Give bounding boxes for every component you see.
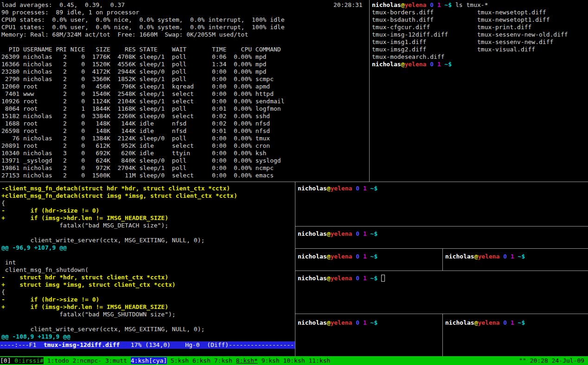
terminal-line: tmux-modesearch.diff xyxy=(372,53,587,61)
status-window-4[interactable]: 4:ksh[cya] xyxy=(131,357,167,364)
terminal-line: 27153 nicholas 2 0 1500K 11M sleep/0 sel… xyxy=(1,172,368,179)
pane-border-v4[interactable] xyxy=(442,314,443,356)
pane-shell-e-active[interactable]: nicholas@yelena 0 1 ~$ xyxy=(298,275,587,313)
pane-border-v3[interactable] xyxy=(442,249,443,271)
terminal-line: 13971 _syslogd 2 0 624K 840K sleep/0 pol… xyxy=(1,157,368,164)
terminal-line: int xyxy=(1,259,294,266)
terminal-line: 26309 nicholas 2 0 1776K 4708K sleep/1 p… xyxy=(1,53,368,61)
status-window-gap xyxy=(69,357,73,364)
status-window-10[interactable]: 10:ksh xyxy=(283,357,305,364)
terminal-line: tmux-bsdauth.diff tmux-newsetopt1.diff xyxy=(372,16,587,24)
terminal-line: 76 nicholas 2 0 1384K 2124K sleep/0 poll… xyxy=(1,135,368,142)
status-window-gap xyxy=(211,357,214,364)
status-bar: [0] 0:irssi# 1:todo 2:ncmpc- 3:mutt 4:ks… xyxy=(0,356,588,365)
terminal-line: tmux-imsg1.diff tmux-sessenv-new.diff xyxy=(372,38,587,46)
pane-border-h2[interactable] xyxy=(295,226,588,227)
status-window-9[interactable]: 9:ksh xyxy=(262,357,280,364)
status-window-gap xyxy=(189,357,192,364)
terminal-line xyxy=(1,252,294,259)
terminal-line: 19861 nicholas 2 0 972K 2704K sleep/1 po… xyxy=(1,164,368,172)
status-window-2[interactable]: 2:ncmpc- xyxy=(73,357,102,364)
pane-border-horizontal-main[interactable] xyxy=(0,182,588,182)
status-window-gap xyxy=(44,357,47,364)
terminal-line: 7401 www 2 0 1540K 2548K sleep/1 select … xyxy=(1,90,368,98)
status-window-gap xyxy=(167,357,171,364)
tmux-terminal: load averages: 0.45, 0.39, 0.3790 proces… xyxy=(0,0,588,365)
terminal-line: tmux-imsg-12diff.diff tmux-sessenv-new-o… xyxy=(372,31,587,38)
terminal-line: - if (hdr->size != 0) xyxy=(1,296,294,303)
terminal-line: - struct hdr *hdr, struct client_ctx *cc… xyxy=(1,274,294,281)
terminal-line: nicholas@yelena 0 1 ~$ xyxy=(445,253,587,260)
terminal-line: Memory: Real: 68M/324M act/tot Free: 166… xyxy=(1,31,368,38)
terminal-line: 90 processes: 89 idle, 1 on processor xyxy=(1,9,368,16)
status-session-group: [0] 0:irssi# xyxy=(0,357,44,364)
status-window-gap xyxy=(102,357,105,364)
terminal-line: client_write_server(cctx, MSG_EXITING, N… xyxy=(1,326,294,333)
status-right-clock: "" 20:28 24-Jul-09 xyxy=(519,356,588,365)
terminal-line: -client_msg_fn_detach(struct hdr *hdr, s… xyxy=(1,185,294,192)
terminal-line: nicholas@yelena 0 1 ~$ xyxy=(298,230,587,238)
pane-shell-f[interactable]: nicholas@yelena 0 1 ~$ xyxy=(298,319,441,356)
pane-border-h3[interactable] xyxy=(295,248,588,249)
terminal-line: { xyxy=(1,289,294,296)
pane-shell-g[interactable]: nicholas@yelena 0 1 ~$ xyxy=(445,319,587,356)
pane-shell-a[interactable]: nicholas@yelena 0 1 ~$ xyxy=(298,185,587,226)
pane-border-h5[interactable] xyxy=(295,314,588,314)
terminal-line: ----:---F1 tmux-imsg-12diff.diff 17% (13… xyxy=(0,341,295,349)
terminal-line: CPU0 states: 0.0% user, 0.0% nice, 0.0% … xyxy=(1,16,368,24)
terminal-line xyxy=(1,318,294,326)
terminal-line: nicholas@yelena 0 1 ~$ xyxy=(298,185,587,192)
pane-border-vertical-top[interactable] xyxy=(369,0,370,182)
terminal-line: 2790 nicholas 2 0 3360K 1852K sleep/1 po… xyxy=(1,76,368,83)
terminal-line: nicholas@yelena 0 1 ~$ xyxy=(298,275,587,282)
status-window-8[interactable]: 8:ksh* xyxy=(236,357,258,364)
terminal-line: + if (imsg->hdr.len != IMSG_HEADER_SIZE) xyxy=(1,214,294,222)
status-window-0-irssi[interactable]: 0:irssi# xyxy=(14,357,44,364)
terminal-line: { xyxy=(1,200,294,207)
pane-shell-b[interactable]: nicholas@yelena 0 1 ~$ xyxy=(298,230,587,248)
terminal-line xyxy=(1,38,368,46)
status-spacer xyxy=(330,356,519,365)
terminal-line xyxy=(1,229,294,237)
terminal-line: tmux-imsg2.diff tmux-visual.diff xyxy=(372,46,587,53)
status-window-gap xyxy=(232,357,236,364)
terminal-line: 20891 root 2 0 612K 952K idle select 0:0… xyxy=(1,142,368,150)
terminal-line: - if (hdr->size != 0) xyxy=(1,207,294,214)
terminal-line: 16366 nicholas 2 0 1520K 4556K sleep/1 p… xyxy=(1,61,368,68)
terminal-line: + struct imsg *imsg, struct client_ctx *… xyxy=(1,281,294,289)
pane-emacs-diff[interactable]: -client_msg_fn_detach(struct hdr *hdr, s… xyxy=(1,185,294,341)
status-window-6[interactable]: 6:ksh xyxy=(192,357,211,364)
pane-border-h4[interactable] xyxy=(295,271,588,271)
terminal-line: tmux-cfgcur.diff tmux-print.diff xyxy=(372,24,587,31)
pane-shell-c[interactable]: nicholas@yelena 0 1 ~$ xyxy=(298,253,441,270)
status-window-11[interactable]: 11:ksh xyxy=(308,357,330,364)
terminal-line: @@ -108,9 +119,9 @@ xyxy=(1,333,294,340)
status-window-gap xyxy=(127,357,131,364)
terminal-line: nicholas@yelena 0 1 ~$ xyxy=(445,319,587,327)
terminal-line: @@ -96,9 +107,9 @@ xyxy=(1,244,294,252)
terminal-line: 23280 nicholas 2 0 4172K 2944K sleep/0 p… xyxy=(1,68,368,76)
terminal-line: nicholas@yelena 0 1 ~$ xyxy=(372,61,587,68)
pane-border-vertical-bottom[interactable] xyxy=(295,182,295,356)
terminal-line: nicholas@yelena 0 1 ~$ xyxy=(298,253,441,260)
terminal-line: client_msg_fn_shutdown( xyxy=(1,266,294,274)
pane-top-processes[interactable]: load averages: 0.45, 0.39, 0.3790 proces… xyxy=(1,1,368,180)
terminal-line: client_write_server(cctx, MSG_EXITING, N… xyxy=(1,237,294,244)
pane-shell-d[interactable]: nicholas@yelena 0 1 ~$ xyxy=(445,253,587,270)
terminal-line: 10340 nicholas 3 0 692K 620K idle ttyin … xyxy=(1,150,368,157)
terminal-line: PID USERNAME PRI NICE SIZE RES STATE WAI… xyxy=(1,46,368,53)
terminal-line: load averages: 0.45, 0.39, 0.37 xyxy=(1,1,368,9)
terminal-line: 26598 root 2 0 148K 144K idle nfsd 0:01 … xyxy=(1,127,368,135)
status-window-7[interactable]: 7:ksh xyxy=(214,357,232,364)
terminal-line: + if (imsg->hdr.len != IMSG_HEADER_SIZE) xyxy=(1,303,294,311)
terminal-line: +client_msg_fn_detach(struct imsg *imsg,… xyxy=(1,192,294,200)
status-left: [0] 0:irssi# 1:todo 2:ncmpc- 3:mutt 4:ks… xyxy=(0,356,330,365)
pane-shell-ls[interactable]: nicholas@yelena 0 1 ~$ ls tmux-*tmux-bor… xyxy=(372,1,587,180)
status-window-1[interactable]: 1:todo xyxy=(47,357,69,364)
terminal-line: nicholas@yelena 0 1 ~$ xyxy=(298,319,441,327)
terminal-line: 15182 nicholas 2 0 3384K 2260K sleep/0 s… xyxy=(1,113,368,120)
status-window-3[interactable]: 3:mutt xyxy=(105,357,127,364)
status-window-5[interactable]: 5:ksh xyxy=(171,357,189,364)
terminal-line: 10926 root 2 0 1124K 2104K sleep/1 selec… xyxy=(1,98,368,105)
status-window-list: 1:todo 2:ncmpc- 3:mutt 4:ksh[cya] 5:ksh … xyxy=(44,357,330,364)
